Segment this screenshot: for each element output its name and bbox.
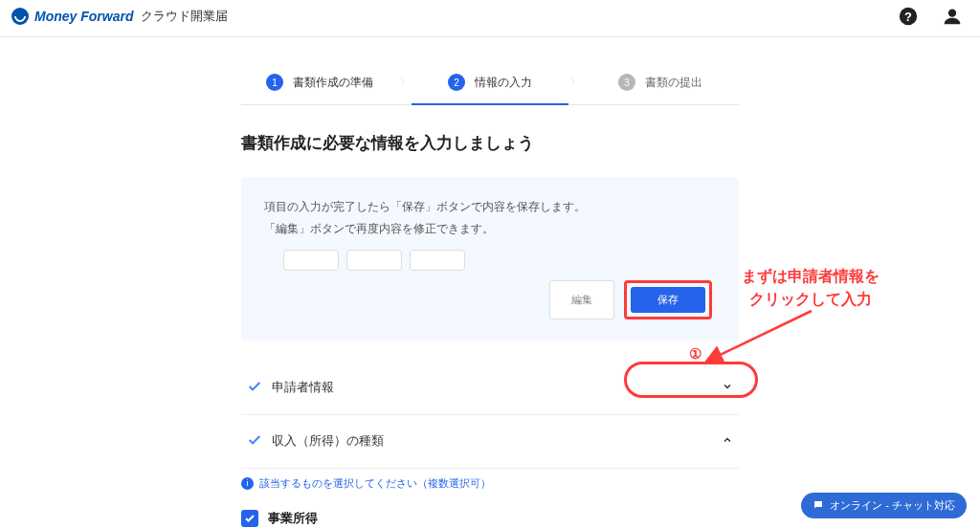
annotation-arrow-icon <box>689 307 828 366</box>
info-text-1: 項目の入力が完了したら「保存」ボタンで内容を保存します。 <box>264 196 716 218</box>
help-icon[interactable]: ? <box>898 6 919 27</box>
brand-name: Money Forward <box>34 9 133 24</box>
chat-label: オンライン - チャット対応 <box>830 498 955 513</box>
info-text-2: 「編集」ボタンで再度内容を修正できます。 <box>264 218 716 240</box>
input-box-2[interactable] <box>346 250 402 271</box>
input-box-3[interactable] <box>410 250 465 271</box>
accordion-income: 収入（所得）の種類 <box>241 415 739 469</box>
accordion-applicant-header[interactable]: 申請者情報 <box>241 362 739 414</box>
annotation-text-l1: まずは申請者情報を <box>742 265 880 288</box>
input-box-1[interactable] <box>283 250 339 271</box>
accordion-applicant-label: 申請者情報 <box>272 379 334 396</box>
check-icon <box>247 379 262 397</box>
income-hint: i 該当するものを選択してください（複数選択可） <box>241 469 739 504</box>
step-1-label: 書類作成の準備 <box>293 75 373 91</box>
main-content: 1 書類作成の準備 〉 2 情報の入力 〉 3 書類の提出 書類作成に必要な情報… <box>241 37 739 528</box>
edit-button[interactable]: 編集 <box>549 280 614 319</box>
income-option-business[interactable]: 事業所得 <box>241 504 739 528</box>
income-business-label: 事業所得 <box>268 510 335 527</box>
info-card: 項目の入力が完了したら「保存」ボタンで内容を保存します。 「編集」ボタンで再度内… <box>241 177 739 341</box>
page-title: 書類作成に必要な情報を入力しましょう <box>241 132 739 154</box>
chat-icon <box>813 499 824 513</box>
chevron-right-icon: 〉 <box>398 76 412 93</box>
field-row <box>264 250 716 271</box>
step-1-num: 1 <box>266 74 283 91</box>
check-icon <box>247 432 262 451</box>
app-header: Money Forward クラウド開業届 ? <box>0 0 980 37</box>
accordion-income-header[interactable]: 収入（所得）の種類 <box>241 415 739 468</box>
chevron-down-icon <box>722 381 733 395</box>
income-hint-text: 該当するものを選択してください（複数選択可） <box>259 476 491 491</box>
accordion-applicant: 申請者情報 <box>241 362 739 415</box>
svg-point-2 <box>948 10 956 17</box>
accordion-income-label: 収入（所得）の種類 <box>272 432 384 450</box>
step-2[interactable]: 2 情報の入力 <box>412 64 568 104</box>
accordion-section: 申請者情報 収入（所得）の種類 i <box>241 362 739 528</box>
brand-logo-icon <box>11 8 29 25</box>
step-3-num: 3 <box>618 74 635 91</box>
step-3: 3 書類の提出 <box>582 64 739 104</box>
card-actions: 編集 保存 <box>264 280 716 319</box>
chevron-right-icon: 〉 <box>568 76 582 93</box>
stepper: 1 書類作成の準備 〉 2 情報の入力 〉 3 書類の提出 <box>241 64 739 105</box>
brand: Money Forward クラウド開業届 <box>11 8 228 25</box>
svg-line-4 <box>708 311 812 361</box>
checkbox-checked-icon[interactable] <box>241 510 258 527</box>
info-icon: i <box>241 477 254 490</box>
chevron-up-icon <box>722 434 733 449</box>
brand-product: クラウド開業届 <box>141 8 228 25</box>
user-icon[interactable] <box>942 6 963 27</box>
chat-support-button[interactable]: オンライン - チャット対応 <box>801 493 967 518</box>
step-2-label: 情報の入力 <box>475 75 532 91</box>
step-2-num: 2 <box>448 74 465 91</box>
header-actions: ? <box>898 6 963 27</box>
step-1[interactable]: 1 書類作成の準備 <box>241 64 398 104</box>
annotation-text: まずは申請者情報を クリックして入力 <box>742 265 880 311</box>
step-3-label: 書類の提出 <box>645 75 702 91</box>
svg-text:?: ? <box>904 10 912 24</box>
